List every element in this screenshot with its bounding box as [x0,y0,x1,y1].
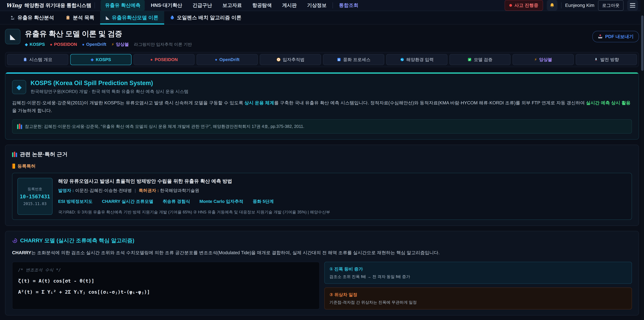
patent-title: 해양 유류오염사고 발생시 효율적인 방제방안 수립을 위한 유출유 확산 예측… [58,178,330,185]
red-dot-icon [509,4,512,7]
tab-analysis-list[interactable]: 분석 목록 [60,11,100,24]
kosps-description: 김혜진·이문진·오세웅·강준묵(2011)이 개발한 KOSPS는 유류오염사고… [12,99,632,115]
amplitude-note: ① 진폭 등비 증가 검조소 조위 진폭 f배 → 전 격자 동일 f배 증가 [324,262,632,284]
lightning-icon: ⚡ [534,58,537,62]
blue-dot-icon: ● [215,58,218,62]
chip-kosps[interactable]: ◆ KOSPS [70,54,132,65]
registration-number-label: 등록번호 [28,187,42,192]
user-name: Eunjeong Kim [565,3,594,8]
badge-kosps: ◆KOSPS [25,42,45,47]
tab-spill-model-theory[interactable]: ◣ 유출유확산모델 이론 [100,11,164,24]
books-icon [17,124,22,129]
check-icon [468,57,472,62]
menu-button[interactable] [627,0,638,11]
badge-ensemble: ⚡앙상블 [111,42,129,47]
tab-oil-fence-theory[interactable]: 오일펜스 배치 알고리즘 이론 [164,11,247,24]
lightning-icon: ⚡ [111,42,114,47]
patent-meta: 발명자 : 이문진·김혜진·이승현·전태병 | 특허권자 : 한국해양과학기술원 [58,188,330,193]
nav-aerial-search[interactable]: 항공탐색 [248,0,276,11]
microscope-icon [10,15,15,20]
header-actions: 사고 진행중 Eunjeong Kim 로그아웃 [505,0,638,11]
oil-fence-icon [170,15,174,20]
nav-hns-atmospheric[interactable]: HNS·대기확산 [146,0,186,11]
chip-poseidon[interactable]: ● POSEIDON [134,54,195,65]
kosps-section: ◆ KOSPS (Korea Oil Spill Prediction Syst… [5,72,639,140]
chip-system-overview[interactable]: 시스템 개요 [7,54,68,65]
bell-icon [549,3,555,8]
papers-patents-section: 관련 논문·특허 근거 등록특허 등록번호 10-1567431 2015.11… [5,145,639,226]
model-badges: ◆KOSPS ●POSEIDON ●OpenDrift ⚡앙상블 라그랑지안 입… [25,42,192,47]
chip-ensemble[interactable]: ⚡ 앙상블 [512,54,574,65]
section-nav: 시스템 개요 ◆ KOSPS ● POSEIDON ● OpenDrift 입자… [5,52,639,67]
kosps-subtitle: 한국해양연구원(KORDI) 개발 · 한국 해역 특화 유출유 확산 예측 상… [30,89,188,95]
badge-poseidon: ●POSEIDON [50,42,77,47]
brand: Wing 해양환경 위기대응 통합시스템 [6,2,91,9]
hamburger-icon [630,3,635,8]
wave-icon [400,57,404,62]
tag-wdc-formula[interactable]: 취송류 경험식 [163,198,190,204]
chip-weathering-process[interactable]: 풍화 프로세스 [323,54,384,65]
notification-bell-button[interactable] [547,0,558,11]
triangle-ruler-icon: ◣ [10,33,16,41]
charry-section: CHARRY 모델 (실시간 조류예측 핵심 알고리즘) CHARRY는 조화분… [5,231,639,315]
clipboard-icon [66,15,70,20]
books-icon [12,152,17,157]
tag-monte-carlo[interactable]: Monte Carlo 입자추적 [200,198,243,204]
page-scrollbar[interactable] [641,0,644,320]
nav-board[interactable]: 게시판 [278,0,301,11]
charry-description: CHARRY는 조화분석에 의한 검조소 실시간 조위와 조석 수치모델링에 의… [12,249,632,257]
compass-icon [276,57,281,62]
phase-note: ② 위상차 일정 기준점-격자점 간 위상차는 진폭에 무관하게 일정 [324,287,632,309]
incident-status-badge[interactable]: 사고 진행중 [505,0,543,11]
page-title: 유출유 확산 모델 이론 및 검증 [25,29,192,39]
divider [94,2,95,9]
tab-spill-analysis[interactable]: 유출유 확산분석 [4,11,60,24]
chip-opendrift[interactable]: ● OpenDrift [196,54,258,65]
clipboard-icon [23,57,27,62]
divider [561,2,562,9]
chip-marine-env-input[interactable]: 해양환경 입력 [386,54,448,65]
diamond-icon: ◆ [90,58,94,62]
app-root: Wing 해양환경 위기대응 통합시스템 유출유 확산예측 HNS·대기확산 긴… [0,0,644,320]
badge-note: 라그랑지안 입자추적 이론 기반 [134,42,192,47]
highlight-realtime-use: 실시간 예측 상시 활용 [586,100,630,105]
tag-charry-model[interactable]: CHARRY 실시간 조류모델 [102,198,153,204]
scrollbar-thumb[interactable] [641,16,644,71]
highlight-operating-system: 상시 운용 체계 [244,100,274,105]
registration-date: 2015.11.03 [23,201,46,206]
pdf-export-button[interactable]: PDF 내보내기 [592,31,639,42]
patent-card: 등록번호 10-1567431 2015.11.03 해양 유류오염사고 발생시… [12,173,632,220]
nav-oil-spill-prediction[interactable]: 유출유 확산예측 [100,0,145,11]
registration-number: 10-1567431 [20,194,50,199]
chip-future-direction[interactable]: 발전 방향 [576,54,637,65]
top-header: Wing 해양환경 위기대응 통합시스템 유출유 확산예측 HNS·대기확산 긴… [0,0,644,11]
app-title: 해양환경 위기대응 통합시스템 [24,2,91,9]
tag-esi-map[interactable]: ESI 방제정보지도 [58,198,92,204]
kosps-diamond-icon: ◆ [12,80,26,94]
logout-button[interactable]: 로그아웃 [598,0,624,11]
rocket-icon [594,57,598,62]
sub-tabbar: 유출유 확산분석 분석 목록 ◣ 유출유확산모델 이론 오일펜스 배치 알고리즘… [0,11,644,25]
diamond-icon: ◆ [25,42,28,47]
nav-reports[interactable]: 보고자료 [218,0,246,11]
app-logo: Wing [6,2,22,9]
kosps-reference: 참고문헌: 김혜진·이문진·오세웅·강준묵, “유출유 확산 예측 모델의 상시… [12,119,632,134]
blue-dot-icon: ● [82,42,84,47]
triangle-ruler-icon: ◣ [106,15,110,20]
export-icon [598,34,603,39]
registered-patent-label: 등록특허 [12,163,632,169]
incident-status-label: 사고 진행중 [514,2,538,9]
patent-registration-box: 등록번호 10-1567431 2015.11.03 [18,178,52,215]
chip-model-validation[interactable]: 모델 검증 [450,54,511,65]
chip-particle-tracking[interactable]: 입자추적법 [260,54,321,65]
nav-integrated-search[interactable]: 통합조회 [334,0,363,11]
kosps-title: KOSPS (Korea Oil Spill Prediction System… [30,80,188,87]
tag-weathering-5[interactable]: 풍화 5단계 [253,198,274,204]
red-dot-icon: ● [50,42,52,47]
nav-emergency-rescue[interactable]: 긴급구난 [188,0,216,11]
modulated-tide-formula: /* 변조조석 수식 */ ζ(t) = A(t) cos[σt - θ(t)]… [12,262,320,309]
divider [332,2,333,9]
flask-icon [337,57,341,62]
nav-weather-info[interactable]: 기상정보 [303,0,331,11]
page-head: ◣ 유출유 확산 모델 이론 및 검증 ◆KOSPS ●POSEIDON ●Op… [5,29,639,47]
